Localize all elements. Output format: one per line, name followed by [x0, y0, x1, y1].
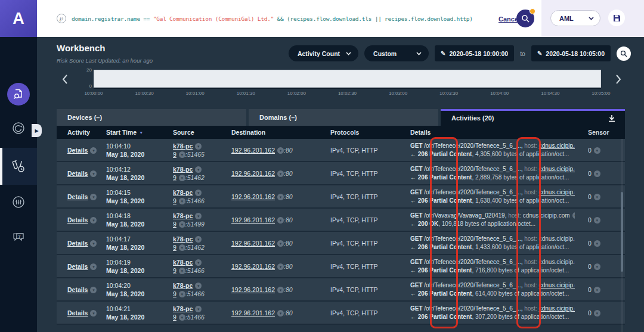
- save-button[interactable]: [608, 10, 625, 26]
- chevron-down-icon[interactable]: ▾: [179, 151, 185, 158]
- timeline-brush-selection[interactable]: [94, 70, 601, 88]
- chevron-down-icon[interactable]: ▾: [90, 310, 97, 317]
- chevron-down-icon[interactable]: ▾: [179, 291, 185, 297]
- row-details-link[interactable]: Details: [67, 147, 88, 154]
- col-protocols[interactable]: Protocols: [322, 128, 400, 136]
- destination-ip-link[interactable]: 192.96.201.162: [231, 216, 275, 224]
- chevron-down-icon[interactable]: ▾: [195, 306, 202, 312]
- chevron-down-icon[interactable]: ▾: [277, 217, 284, 224]
- sidebar-item-investigation-search[interactable]: [0, 81, 37, 107]
- chevron-down-icon[interactable]: ▾: [90, 194, 97, 200]
- source-device-link[interactable]: 9: [173, 151, 177, 158]
- chevron-down-icon[interactable]: ▾: [594, 194, 600, 200]
- sort-desc-icon[interactable]: ▼: [139, 131, 143, 135]
- details-host-link[interactable]: cdnus.cicipip.com: [539, 305, 575, 312]
- destination-ip-link[interactable]: 192.96.201.162: [231, 147, 275, 154]
- details-host-link[interactable]: cdnus.cicipip.com: [539, 235, 575, 242]
- source-device-link[interactable]: 9: [173, 244, 177, 251]
- row-details-link[interactable]: Details: [67, 263, 88, 270]
- source-host-link[interactable]: k78-pc: [173, 282, 193, 289]
- row-details-link[interactable]: Details: [67, 170, 88, 177]
- chevron-down-icon[interactable]: ▾: [277, 263, 284, 270]
- details-host-link[interactable]: cdnus.cicipip.com: [539, 166, 575, 172]
- source-host-link[interactable]: k78-pc: [173, 235, 193, 243]
- chevron-down-icon[interactable]: ▾: [90, 287, 97, 293]
- chevron-down-icon[interactable]: ▾: [277, 147, 284, 154]
- destination-ip-link[interactable]: 192.96.201.162: [231, 240, 275, 247]
- chevron-down-icon[interactable]: ▾: [195, 143, 202, 150]
- source-host-link[interactable]: k78-pc: [173, 212, 193, 219]
- chevron-down-icon[interactable]: ▾: [277, 240, 284, 247]
- chevron-down-icon[interactable]: ▾: [195, 236, 202, 243]
- chevron-down-icon[interactable]: ▾: [179, 268, 185, 274]
- chevron-down-icon[interactable]: ▾: [594, 310, 600, 317]
- app-logo[interactable]: A: [0, 0, 37, 37]
- chevron-down-icon[interactable]: ▾: [90, 217, 97, 224]
- destination-ip-link[interactable]: 192.96.201.162: [231, 263, 275, 270]
- details-host-link[interactable]: cdnus.cicipip.com: [539, 189, 575, 196]
- chevron-down-icon[interactable]: ▾: [179, 314, 185, 321]
- chevron-down-icon[interactable]: ▾: [277, 194, 284, 200]
- chevron-down-icon[interactable]: ▾: [195, 283, 202, 289]
- chevron-down-icon[interactable]: ▾: [90, 263, 97, 270]
- tab-devices[interactable]: Devices (–): [57, 109, 246, 126]
- run-query-button[interactable]: [516, 10, 534, 27]
- col-activity[interactable]: Activity: [57, 128, 106, 136]
- profile-select[interactable]: AML: [550, 10, 600, 26]
- chevron-down-icon[interactable]: ▾: [195, 259, 202, 266]
- timeline-next-button[interactable]: [614, 73, 623, 86]
- chevron-down-icon[interactable]: ▾: [179, 244, 185, 251]
- destination-ip-link[interactable]: 192.96.201.162: [231, 309, 275, 317]
- chevron-down-icon[interactable]: ▾: [90, 170, 97, 177]
- source-device-link[interactable]: 9: [173, 267, 177, 274]
- chevron-down-icon[interactable]: ▾: [195, 213, 202, 219]
- tab-activities[interactable]: Activities (20): [441, 109, 625, 126]
- col-sensor[interactable]: Sensor: [577, 128, 625, 136]
- destination-ip-link[interactable]: 192.96.201.162: [231, 193, 275, 200]
- chevron-down-icon[interactable]: ▾: [179, 175, 185, 181]
- row-details-link[interactable]: Details: [67, 193, 88, 200]
- query-input[interactable]: domain.registrar.name == "Gal Communicat…: [72, 15, 473, 22]
- download-icon[interactable]: [608, 114, 615, 122]
- source-host-link[interactable]: k78-pc: [173, 142, 193, 150]
- details-host-link[interactable]: cdnus.cicipip.com: [539, 282, 575, 288]
- row-details-link[interactable]: Details: [67, 216, 88, 224]
- source-device-link[interactable]: 9: [173, 221, 177, 228]
- sidebar-item-tuning[interactable]: [0, 193, 37, 211]
- source-device-link[interactable]: 9: [173, 197, 177, 204]
- sidebar-item-workbench[interactable]: [0, 148, 37, 185]
- source-device-link[interactable]: 9: [173, 314, 177, 321]
- chevron-down-icon[interactable]: ▾: [195, 166, 202, 173]
- time-to-input[interactable]: ✎ 2020-05-18 10:05:00: [531, 45, 611, 61]
- col-destination[interactable]: Destination: [231, 128, 322, 136]
- sidebar-expander-button[interactable]: ▶: [32, 124, 42, 137]
- time-range-dropdown[interactable]: Custom: [364, 45, 429, 61]
- source-device-link[interactable]: 9: [173, 174, 177, 181]
- chevron-down-icon[interactable]: ▾: [90, 147, 97, 154]
- chevron-down-icon[interactable]: ▾: [90, 240, 97, 247]
- chevron-down-icon[interactable]: ▾: [572, 212, 575, 219]
- details-host-link[interactable]: cdnus.cicipip.com: [539, 259, 575, 265]
- row-details-link[interactable]: Details: [67, 309, 88, 317]
- details-host-link[interactable]: cdnus.cicipip.com: [539, 142, 575, 149]
- table-scrollbar-thumb[interactable]: [621, 192, 623, 272]
- source-host-link[interactable]: k78-pc: [173, 189, 193, 196]
- source-host-link[interactable]: k78-pc: [173, 305, 193, 312]
- chevron-down-icon[interactable]: ▾: [594, 217, 600, 224]
- col-start-time[interactable]: Start Time▼: [106, 128, 173, 137]
- chevron-down-icon[interactable]: ▾: [179, 221, 185, 228]
- chevron-down-icon[interactable]: ▾: [277, 287, 284, 293]
- details-host-link[interactable]: cdnus.cicipip.com: [523, 212, 570, 219]
- timeline-search-button[interactable]: [617, 46, 631, 61]
- chevron-down-icon[interactable]: ▾: [594, 147, 600, 154]
- col-source[interactable]: Source: [173, 128, 231, 136]
- source-device-link[interactable]: 9: [173, 290, 177, 297]
- chevron-down-icon[interactable]: ▾: [179, 198, 185, 204]
- chevron-down-icon[interactable]: ▾: [277, 170, 284, 177]
- destination-ip-link[interactable]: 192.96.201.162: [231, 286, 275, 293]
- source-host-link[interactable]: k78-pc: [173, 166, 193, 173]
- metric-dropdown[interactable]: Activity Count: [289, 45, 358, 61]
- chevron-down-icon[interactable]: ▾: [594, 170, 600, 177]
- timeline-prev-button[interactable]: [61, 73, 69, 86]
- sidebar-item-help[interactable]: ?: [0, 229, 37, 247]
